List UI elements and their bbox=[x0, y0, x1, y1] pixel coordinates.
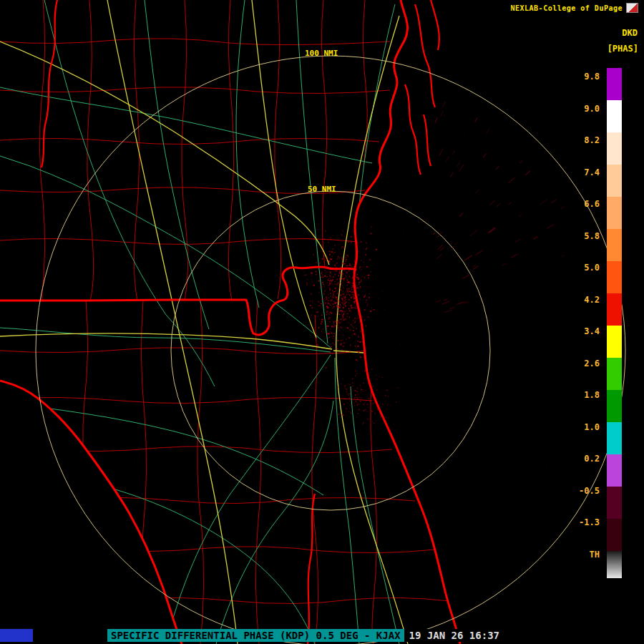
range-ring-50nmi bbox=[171, 191, 490, 510]
range-ring-label-50nmi: 50 NMI bbox=[308, 185, 336, 194]
radar-map bbox=[0, 0, 644, 644]
status-product-text: SPECIFIC DIFFERENTIAL PHASE (KDP) 0.5 DE… bbox=[107, 629, 404, 642]
colorbar-segment bbox=[607, 390, 622, 422]
colorbar-tick: 7.4 bbox=[568, 167, 600, 178]
colorbar-segment bbox=[607, 68, 622, 100]
corner-color-swatch bbox=[0, 629, 33, 642]
colorbar-tick: 9.8 bbox=[568, 71, 600, 82]
colorbar-segment bbox=[607, 326, 622, 358]
colorbar-tick: 0.2 bbox=[568, 453, 600, 464]
range-ring-label-100nmi: 100 NMI bbox=[305, 49, 338, 58]
colorbar-tick: -0.5 bbox=[568, 485, 600, 497]
colorbar-segment bbox=[607, 229, 622, 261]
colorbar-segment bbox=[607, 422, 622, 454]
radar-echo-layer bbox=[51, 65, 567, 600]
colorbar: 9.89.08.27.46.65.85.04.23.42.61.81.00.2-… bbox=[558, 0, 644, 644]
colorbar-tick: TH bbox=[568, 549, 600, 560]
highways bbox=[0, 0, 408, 644]
colorbar-segment bbox=[607, 261, 622, 293]
county-boundaries bbox=[0, 0, 449, 644]
colorbar-tick: 9.0 bbox=[568, 103, 600, 114]
colorbar-segment bbox=[607, 165, 622, 197]
colorbar-tick: 1.8 bbox=[568, 389, 600, 401]
status-bar: SPECIFIC DIFFERENTIAL PHASE (KDP) 0.5 DE… bbox=[0, 629, 644, 642]
colorbar-tick: -1.3 bbox=[568, 517, 600, 528]
colorbar-segment bbox=[607, 100, 622, 132]
colorbar-segment bbox=[607, 358, 622, 390]
colorbar-tick: 6.6 bbox=[568, 198, 600, 210]
colorbar-segment bbox=[607, 293, 622, 326]
colorbar-tick: 5.0 bbox=[568, 262, 600, 273]
colorbar-tick: 8.2 bbox=[568, 135, 600, 146]
status-text-row: SPECIFIC DIFFERENTIAL PHASE (KDP) 0.5 DE… bbox=[107, 629, 504, 642]
colorbar-tick: 3.4 bbox=[568, 326, 600, 337]
colorbar-segment bbox=[607, 551, 622, 578]
colorbar-segment bbox=[607, 454, 622, 487]
radar-viewport: NEXLAB-College of DuPage DKD [PHAS] 9.89… bbox=[0, 0, 644, 644]
status-timestamp: 19 JAN 26 16:37 bbox=[404, 629, 504, 642]
colorbar-segment bbox=[607, 519, 622, 551]
colorbar-tick: 4.2 bbox=[568, 294, 600, 306]
colorbar-tick: 2.6 bbox=[568, 358, 600, 369]
colorbar-tick: 5.8 bbox=[568, 230, 600, 242]
colorbar-scale bbox=[607, 68, 622, 578]
colorbar-tick: 1.0 bbox=[568, 421, 600, 433]
colorbar-segment bbox=[607, 487, 622, 519]
colorbar-segment bbox=[607, 197, 622, 229]
state-boundaries-coastline bbox=[0, 0, 460, 644]
colorbar-segment bbox=[607, 132, 622, 165]
